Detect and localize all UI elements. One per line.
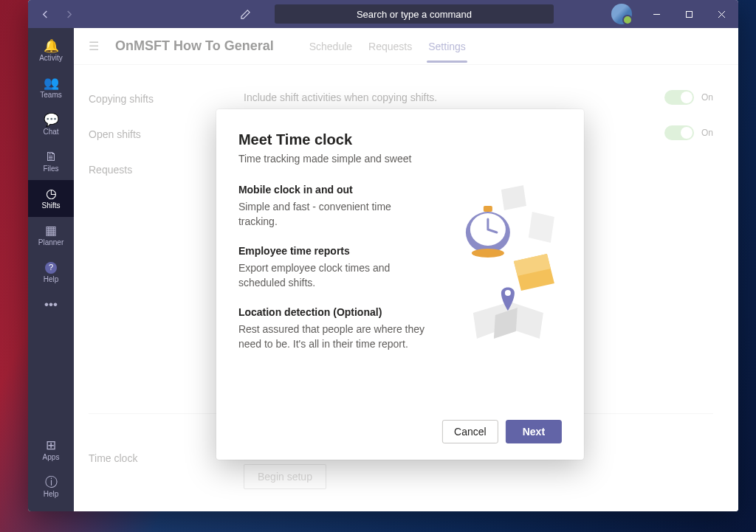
rail-planner[interactable]: ▦ Planner bbox=[28, 217, 74, 254]
rail-label: Planner bbox=[38, 238, 63, 246]
row-requests: Requests bbox=[89, 152, 199, 187]
file-icon: 🗎 bbox=[45, 151, 58, 163]
nav-forward-button[interactable] bbox=[59, 4, 78, 24]
apps-icon: ⊞ bbox=[46, 439, 56, 452]
rail-label: Teams bbox=[40, 91, 61, 99]
nav-back-button[interactable] bbox=[35, 4, 55, 24]
window-maximize-button[interactable] bbox=[675, 0, 703, 28]
row-open-shifts: Open shifts bbox=[89, 117, 199, 152]
rail-shifts[interactable]: ◷ Shifts bbox=[28, 180, 74, 217]
svg-point-10 bbox=[505, 290, 511, 296]
begin-setup-button[interactable]: Begin setup bbox=[244, 464, 326, 489]
toggle-on-label: On bbox=[701, 128, 713, 138]
svg-marker-1 bbox=[501, 185, 526, 210]
time-clock-modal: Meet Time clock Time tracking made simpl… bbox=[216, 109, 584, 460]
ellipsis-icon: ••• bbox=[44, 298, 58, 311]
modal-footer: Cancel Next bbox=[238, 420, 562, 443]
help-circle-icon: ⓘ bbox=[45, 476, 58, 488]
content-header: ☰ OnMSFT How To General Schedule Request… bbox=[74, 28, 738, 65]
tabs: Schedule Requests Settings bbox=[309, 30, 466, 63]
svg-point-6 bbox=[472, 249, 504, 258]
modal-section-mobile: Mobile clock in and out Simple and fast … bbox=[238, 184, 429, 229]
modal-subtitle: Time tracking made simple and sweet bbox=[238, 153, 562, 165]
rail-label: Files bbox=[43, 165, 58, 173]
tab-settings[interactable]: Settings bbox=[428, 30, 466, 63]
chat-icon: 💬 bbox=[44, 114, 59, 126]
rail-help-bottom[interactable]: ⓘ Help bbox=[28, 469, 74, 505]
window-minimize-button[interactable] bbox=[642, 0, 670, 28]
rail-more[interactable]: ••• bbox=[28, 291, 74, 317]
titlebar: Search or type a command bbox=[28, 0, 738, 28]
planner-icon: ▦ bbox=[45, 224, 57, 237]
clock-icon: ◷ bbox=[46, 187, 57, 200]
toggle-on-label: On bbox=[701, 92, 713, 103]
search-placeholder: Search or type a command bbox=[357, 9, 472, 20]
rail-chat[interactable]: 💬 Chat bbox=[28, 106, 74, 143]
rail-help[interactable]: ? Help bbox=[28, 254, 74, 291]
cancel-button[interactable]: Cancel bbox=[442, 420, 498, 443]
svg-rect-0 bbox=[686, 11, 692, 17]
modal-illustration bbox=[444, 184, 562, 368]
people-icon: 👥 bbox=[44, 77, 59, 89]
next-button[interactable]: Next bbox=[506, 420, 562, 443]
hamburger-icon[interactable]: ☰ bbox=[89, 39, 99, 53]
avatar[interactable] bbox=[611, 4, 632, 24]
help-icon: ? bbox=[45, 262, 57, 274]
rail-files[interactable]: 🗎 Files bbox=[28, 143, 74, 180]
open-shifts-toggle[interactable] bbox=[664, 125, 694, 140]
svg-marker-2 bbox=[529, 212, 554, 243]
bell-icon: 🔔 bbox=[44, 40, 59, 52]
rail-apps[interactable]: ⊞ Apps bbox=[28, 432, 74, 469]
app-rail: 🔔 Activity 👥 Teams 💬 Chat 🗎 Files ◷ Shif… bbox=[28, 28, 74, 511]
settings-labels-col: Copying shifts Open shifts Requests bbox=[89, 80, 199, 384]
row-time-clock: Time clock bbox=[89, 452, 199, 464]
rail-label: Help bbox=[44, 275, 59, 283]
rail-teams[interactable]: 👥 Teams bbox=[28, 69, 74, 106]
modal-title: Meet Time clock bbox=[238, 131, 562, 148]
rail-activity[interactable]: 🔔 Activity bbox=[28, 32, 74, 69]
page-title: OnMSFT How To General bbox=[115, 38, 274, 54]
row-copying-shifts: Copying shifts bbox=[89, 81, 199, 117]
window-close-button[interactable] bbox=[707, 0, 735, 28]
rail-label: Activity bbox=[39, 54, 63, 62]
tab-schedule[interactable]: Schedule bbox=[309, 30, 352, 63]
modal-section-reports: Employee time reports Export employee cl… bbox=[238, 245, 429, 290]
modal-section-location: Location detection (Optional) Rest assur… bbox=[238, 306, 429, 351]
tab-requests[interactable]: Requests bbox=[368, 30, 412, 63]
rail-label: Shifts bbox=[41, 201, 60, 210]
rail-label: Help bbox=[44, 490, 59, 498]
rail-label: Chat bbox=[43, 128, 58, 136]
search-input[interactable]: Search or type a command bbox=[275, 4, 554, 24]
compose-icon[interactable] bbox=[235, 4, 255, 24]
rail-label: Apps bbox=[43, 453, 60, 461]
copying-shifts-toggle[interactable] bbox=[664, 90, 694, 105]
svg-rect-5 bbox=[484, 206, 492, 212]
